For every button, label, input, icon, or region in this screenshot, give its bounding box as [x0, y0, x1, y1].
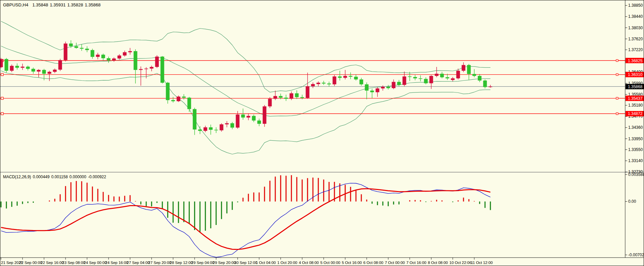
- time-tick-label: 7 Oct 00:00: [385, 261, 405, 265]
- symbol-timeframe-label: GBPUSD,H4: [3, 2, 28, 7]
- candle-bull: [139, 69, 143, 70]
- time-tick-label: 29 Sep 04:00: [191, 261, 214, 265]
- candle-bear: [349, 76, 353, 77]
- candle-bull: [344, 76, 347, 78]
- level-anchor-square-1[interactable]: [1, 73, 3, 76]
- candle-bear: [284, 98, 288, 99]
- price-tick-label: 1.37220: [628, 47, 643, 52]
- candle-bull: [123, 52, 127, 55]
- candle-bear: [370, 90, 374, 92]
- candle-bull: [317, 83, 320, 84]
- candle-bull: [10, 66, 14, 71]
- candle-bull: [462, 65, 466, 71]
- candle-bear: [322, 83, 326, 83]
- candle-bear: [360, 79, 363, 84]
- high-value: 1.35931: [50, 2, 66, 7]
- time-tick-label: 27 Sep 04:00: [127, 261, 150, 265]
- chart-title: GBPUSD,H41.358481.359311.358281.35868: [3, 2, 102, 7]
- candle-bear: [354, 77, 358, 79]
- candle-bull: [456, 71, 460, 78]
- time-tick-label: 30 Sep 12:00: [234, 261, 257, 265]
- price-badge-label: 1.36825: [628, 59, 643, 63]
- candle-bull: [333, 76, 336, 84]
- candle-bull: [268, 99, 272, 107]
- candle-bull: [128, 51, 132, 52]
- candle-bull: [220, 124, 224, 130]
- close-value: 1.35868: [85, 2, 100, 7]
- candle-bull: [306, 86, 310, 98]
- candle-bear: [231, 123, 234, 127]
- candle-bear: [440, 74, 444, 77]
- candle-bear: [478, 76, 482, 81]
- candle-bull: [290, 93, 293, 99]
- price-tick-label: 1.35180: [628, 103, 643, 108]
- time-tick-label: 24 Sep 00:00: [84, 261, 107, 265]
- time-tick-label: 29 Sep 20:00: [213, 261, 236, 265]
- candle-bull: [392, 82, 396, 88]
- level-anchor-square-3[interactable]: [1, 112, 3, 115]
- macd-value-1: 0.000449: [33, 175, 49, 179]
- time-tick-label: 6 Oct 08:00: [363, 261, 383, 265]
- candle-bull: [204, 127, 207, 131]
- candle-bull: [236, 115, 240, 128]
- candle-bear: [42, 70, 46, 74]
- candle-bear: [75, 46, 78, 48]
- level-anchor-square-2[interactable]: [1, 97, 3, 100]
- candle-bear: [26, 67, 30, 69]
- chart-canvas[interactable]: 1.388501.384401.380301.376201.372201.368…: [0, 0, 644, 266]
- candle-bear: [424, 79, 428, 83]
- time-tick-label: 4 Oct 08:00: [299, 261, 319, 265]
- badge-anchor-square[interactable]: [616, 74, 618, 76]
- candle-bear: [166, 83, 170, 100]
- macd-value-2: 0.001158: [51, 175, 68, 179]
- macd-axis-label: -0.007025: [628, 253, 644, 257]
- time-tick-label: 27 Sep 20:00: [148, 261, 171, 265]
- candle-bull: [403, 76, 406, 85]
- candle-bull: [435, 74, 439, 76]
- time-tick-label: 23 Sep 08:00: [62, 261, 85, 265]
- candle-bull: [112, 59, 116, 61]
- candle-bear: [365, 84, 369, 91]
- candle-bear: [300, 97, 304, 98]
- candle-bull: [376, 88, 379, 92]
- candle-bear: [327, 83, 331, 84]
- candle-bear: [102, 55, 105, 59]
- time-tick-label: 7 Oct 16:00: [406, 261, 426, 265]
- price-tick-label: 1.33550: [628, 147, 643, 152]
- candle-bull: [381, 87, 385, 88]
- candle-bear: [198, 129, 202, 131]
- candle-bear: [279, 96, 283, 98]
- price-badge-label: 1.36310: [628, 72, 643, 77]
- macd-axis-label: 0.00: [628, 199, 636, 204]
- candle-bull: [37, 70, 41, 72]
- candle-bull: [155, 56, 159, 67]
- badge-anchor-square[interactable]: [616, 60, 618, 62]
- candle-bear: [408, 76, 412, 77]
- candle-bear: [32, 69, 35, 72]
- time-tick-label: 24 Sep 16:00: [105, 261, 128, 265]
- badge-anchor-square[interactable]: [616, 113, 618, 115]
- candle-bull: [64, 43, 68, 60]
- macd-signal-line: [1, 189, 490, 250]
- time-tick-label: 22 Sep 16:00: [41, 261, 64, 265]
- candle-bear: [91, 50, 94, 57]
- bollinger-middle-band: [1, 46, 490, 116]
- candle-bear: [69, 43, 73, 46]
- candle-bull: [96, 55, 100, 57]
- macd-indicator-label: MACD(12,26,9)0.0004490.0011580.000000-0.…: [3, 175, 108, 179]
- candle-bear: [338, 76, 342, 78]
- candle-bear: [15, 66, 19, 68]
- candle-bear: [85, 49, 89, 50]
- time-tick-label: 10 Oct 22:06: [449, 261, 472, 265]
- time-tick-label: 11 Oct 12:00: [471, 261, 493, 265]
- price-badge-label: 1.35868: [628, 84, 643, 89]
- candle-bear: [397, 82, 401, 85]
- badge-anchor-square[interactable]: [616, 97, 618, 99]
- price-tick-label: 1.33140: [628, 158, 643, 163]
- candle-bull: [225, 123, 229, 124]
- time-tick-label: 28 Sep 12:00: [170, 261, 193, 265]
- candle-bear: [107, 58, 111, 60]
- candle-bear: [467, 65, 471, 74]
- candle-bear: [241, 115, 245, 118]
- candle-bull: [145, 69, 148, 69]
